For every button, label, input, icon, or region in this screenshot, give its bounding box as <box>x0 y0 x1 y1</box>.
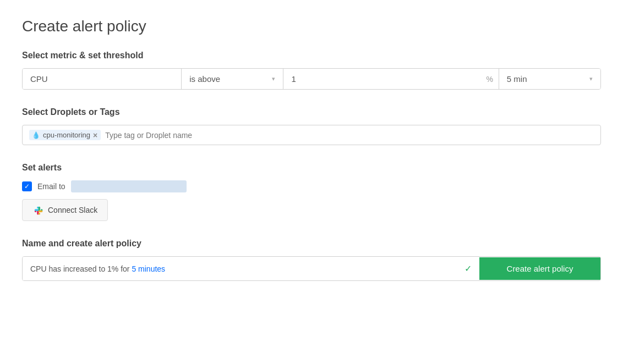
metric-section-heading: Select metric & set threshold <box>22 51 601 60</box>
droplet-icon: 💧 <box>32 131 40 139</box>
connect-slack-button[interactable]: Connect Slack <box>22 199 108 221</box>
valid-check-icon: ✓ <box>464 263 472 274</box>
condition-select[interactable]: is above ▾ <box>182 69 283 89</box>
metric-field[interactable]: CPU <box>23 69 182 89</box>
threshold-input[interactable] <box>283 69 480 89</box>
email-checkbox[interactable]: ✓ <box>22 181 32 191</box>
alert-name-text: CPU has increased to 1% for 5 minutes <box>30 264 165 273</box>
droplets-section: Select Droplets or Tags 💧 cpu-monitoring… <box>22 107 601 145</box>
alerts-section: Set alerts ✓ Email to Connect Sl <box>22 163 601 221</box>
metric-threshold-row: CPU is above ▾ % 5 min ▾ <box>22 68 601 90</box>
remove-tag-button[interactable]: × <box>93 131 97 139</box>
metric-section: Select metric & set threshold CPU is abo… <box>22 51 601 90</box>
condition-value: is above <box>189 74 220 84</box>
time-value: 5 min <box>507 74 527 84</box>
create-section-heading: Name and create alert policy <box>22 239 601 249</box>
tags-input-container[interactable]: 💧 cpu-monitoring × <box>22 125 601 145</box>
threshold-unit: % <box>480 69 498 89</box>
threshold-field-wrapper: % <box>283 69 499 89</box>
chevron-down-icon: ▾ <box>272 75 275 82</box>
slack-icon <box>32 205 43 216</box>
email-label: Email to <box>37 182 65 191</box>
slack-button-label: Connect Slack <box>48 206 97 214</box>
alerts-section-heading: Set alerts <box>22 163 601 173</box>
chevron-down-icon: ▾ <box>589 75 593 82</box>
create-alert-policy-button[interactable]: Create alert policy <box>479 257 600 280</box>
create-row: CPU has increased to 1% for 5 minutes ✓ … <box>22 256 601 281</box>
droplets-section-heading: Select Droplets or Tags <box>22 107 601 117</box>
page-title: Create alert policy <box>22 18 601 35</box>
email-input-blurred[interactable] <box>71 180 187 192</box>
email-alert-row: ✓ Email to <box>22 180 601 192</box>
tag-search-input[interactable] <box>105 131 594 140</box>
alert-name-field[interactable]: CPU has increased to 1% for 5 minutes ✓ <box>23 257 479 280</box>
check-icon: ✓ <box>24 183 30 190</box>
time-select[interactable]: 5 min ▾ <box>499 69 600 89</box>
alert-name-highlight: 5 minutes <box>132 264 165 273</box>
create-section: Name and create alert policy CPU has inc… <box>22 239 601 281</box>
tag-label: cpu-monitoring <box>43 131 90 139</box>
tag-chip: 💧 cpu-monitoring × <box>29 130 101 140</box>
